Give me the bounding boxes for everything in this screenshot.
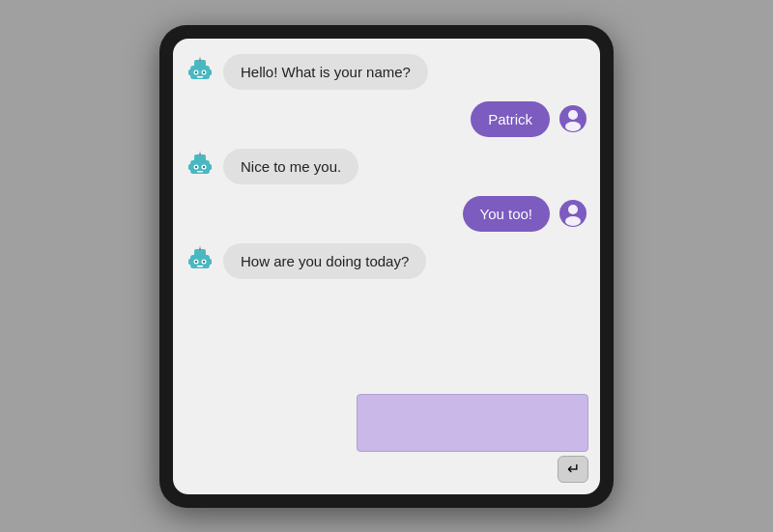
svg-rect-9 [188, 70, 191, 75]
svg-point-36 [199, 246, 201, 248]
robot-icon-2 [185, 151, 215, 182]
bubble-user-2: You too! [463, 196, 551, 232]
svg-point-8 [199, 57, 201, 59]
svg-rect-38 [209, 259, 212, 265]
bot-avatar-3 [185, 245, 215, 276]
svg-point-18 [195, 166, 197, 168]
user-avatar-2 [558, 198, 588, 229]
user-avatar-icon-2 [558, 199, 587, 228]
send-button[interactable]: ↵ [558, 456, 588, 483]
bot-message-text-1: Hello! What is your name? [241, 64, 411, 80]
svg-rect-37 [188, 259, 191, 265]
svg-rect-34 [197, 266, 203, 267]
svg-rect-6 [197, 76, 203, 78]
chat-messages: Hello! What is your name? Patrick [185, 54, 588, 378]
message-row-4: You too! [185, 196, 588, 232]
svg-point-13 [565, 122, 581, 131]
user-message-text-2: You too! [480, 206, 533, 222]
user-message-text-1: Patrick [488, 111, 532, 127]
user-avatar-1 [558, 103, 588, 134]
svg-rect-23 [188, 164, 191, 170]
svg-rect-1 [194, 60, 206, 68]
input-area: ↵ [185, 394, 588, 483]
message-row-5: How are you doing today? [185, 243, 588, 279]
bubble-bot-3: How are you doing today? [223, 243, 426, 279]
svg-point-22 [199, 152, 201, 154]
robot-icon-3 [185, 245, 215, 276]
svg-point-4 [195, 71, 197, 73]
message-row-2: Patrick [185, 101, 588, 137]
tablet-frame: Hello! What is your name? Patrick [159, 25, 614, 508]
robot-icon [185, 56, 215, 87]
chat-input[interactable] [357, 394, 588, 452]
svg-point-32 [195, 261, 197, 263]
svg-point-27 [565, 216, 581, 226]
svg-rect-24 [209, 164, 212, 170]
svg-point-12 [568, 110, 578, 120]
send-button-label: ↵ [567, 460, 580, 478]
chat-screen: Hello! What is your name? Patrick [173, 39, 600, 494]
message-row-3: Nice to me you. [185, 149, 588, 184]
svg-point-5 [203, 71, 205, 73]
message-row-1: Hello! What is your name? [185, 54, 588, 90]
bubble-bot-2: Nice to me you. [223, 149, 358, 184]
svg-point-33 [203, 261, 205, 263]
svg-rect-20 [197, 171, 203, 173]
svg-point-19 [203, 166, 205, 168]
bot-message-text-2: Nice to me you. [241, 158, 341, 175]
svg-rect-10 [209, 70, 212, 75]
bot-avatar-2 [185, 151, 215, 182]
svg-rect-15 [194, 154, 206, 162]
bot-message-text-3: How are you doing today? [241, 253, 409, 269]
svg-point-26 [568, 205, 578, 214]
bubble-bot-1: Hello! What is your name? [223, 54, 428, 90]
user-avatar-icon-1 [558, 104, 587, 133]
bubble-user-1: Patrick [471, 101, 550, 137]
svg-rect-29 [194, 249, 206, 257]
bot-avatar-1 [185, 56, 215, 87]
